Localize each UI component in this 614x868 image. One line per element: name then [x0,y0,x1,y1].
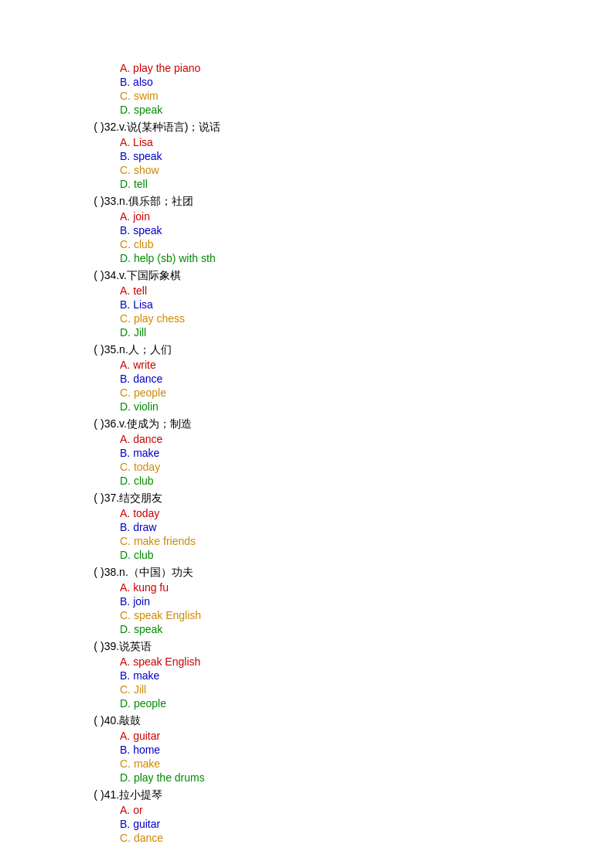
question-block-33: ( )33.n.俱乐部；社团 A. join B. speak C. club … [0,195,614,264]
option-35-c: C. people [120,386,614,399]
question-line-39: ( )39.说英语 [0,640,614,654]
option-item: A. play the piano [120,62,614,74]
option-40-a: A. guitar [120,730,614,742]
question-line-38: ( )38.n.（中国）功夫 [0,566,614,580]
option-34-d: D. Jill [120,326,614,339]
question-block-41: ( )41.拉小提琴 A. or B. guitar C. dance [0,788,614,844]
option-32-a: A. Lisa [120,136,614,148]
option-37-c: C. make friends [120,535,614,547]
option-32-b: B. speak [120,150,614,162]
question-text-41: )41.拉小提琴 [101,788,162,802]
question-text-35: )35.n.人；人们 [101,343,172,357]
question-line-41: ( )41.拉小提琴 [0,788,614,802]
option-39-a: A. speak English [120,655,614,668]
option-41-c: C. dance [120,832,614,844]
question-block-34: ( )34.v.下国际象棋 A. tell B. Lisa C. play ch… [0,269,614,339]
question-block-37: ( )37.结交朋友 A. today B. draw C. make frie… [0,492,614,561]
question-line-35: ( )35.n.人；人们 [0,343,614,357]
option-33-b: B. speak [120,224,614,237]
option-41-b: B. guitar [120,818,614,830]
question-paren-36: ( [0,417,101,430]
question-paren-39: ( [0,640,101,652]
question-block-intro: A. play the piano B. also C. swim D. spe… [0,62,614,116]
option-39-c: C. Jill [120,683,614,696]
options-33: A. join B. speak C. club D. help (sb) wi… [120,210,614,264]
options-32: A. Lisa B. speak C. show D. tell [120,136,614,190]
option-40-b: B. home [120,744,614,756]
options-36: A. dance B. make C. today D. club [120,433,614,487]
question-text-39: )39.说英语 [101,640,152,654]
options-41: A. or B. guitar C. dance [120,804,614,844]
option-36-a: A. dance [120,433,614,445]
question-block-35: ( )35.n.人；人们 A. write B. dance C. people… [0,343,614,413]
option-37-d: D. club [120,549,614,561]
option-36-b: B. make [120,447,614,459]
option-35-a: A. write [120,359,614,371]
option-38-d: D. speak [120,623,614,635]
options-39: A. speak English B. make C. Jill D. peop… [120,655,614,710]
option-33-d: D. help (sb) with sth [120,252,614,264]
option-32-d: D. tell [120,178,614,190]
option-41-a: A. or [120,804,614,816]
question-paren-40: ( [0,714,101,727]
option-39-d: D. people [120,697,614,710]
question-block-40: ( )40.敲鼓 A. guitar B. home C. make D. pl… [0,714,614,784]
question-text-34: )34.v.下国际象棋 [101,269,181,283]
question-block-39: ( )39.说英语 A. speak English B. make C. Ji… [0,640,614,710]
question-text-40: )40.敲鼓 [101,714,141,728]
question-text-33: )33.n.俱乐部；社团 [101,195,193,209]
option-39-b: B. make [120,669,614,682]
question-paren-37: ( [0,492,101,504]
option-35-b: B. dance [120,373,614,385]
option-37-b: B. draw [120,521,614,533]
question-line-34: ( )34.v.下国际象棋 [0,269,614,283]
question-line-40: ( )40.敲鼓 [0,714,614,728]
option-36-d: D. club [120,475,614,487]
options-34: A. tell B. Lisa C. play chess D. Jill [120,284,614,339]
question-text-38: )38.n.（中国）功夫 [101,566,193,580]
question-paren-41: ( [0,788,101,801]
option-38-a: A. kung fu [120,581,614,594]
question-line-36: ( )36.v.使成为；制造 [0,417,614,431]
main-content: A. play the piano B. also C. swim D. spe… [0,0,614,868]
question-paren-34: ( [0,269,101,281]
option-34-b: B. Lisa [120,298,614,311]
option-36-c: C. today [120,461,614,473]
option-34-a: A. tell [120,284,614,297]
options-38: A. kung fu B. join C. speak English D. s… [120,581,614,635]
options-37: A. today B. draw C. make friends D. club [120,507,614,561]
option-40-d: D. play the drums [120,771,614,784]
question-block-36: ( )36.v.使成为；制造 A. dance B. make C. today… [0,417,614,487]
option-38-b: B. join [120,595,614,608]
question-paren-38: ( [0,566,101,578]
option-item: B. also [120,76,614,88]
question-paren-32: ( [0,121,101,133]
option-item: C. swim [120,90,614,102]
question-text-32: )32.v.说(某种语言)；说话 [101,121,220,134]
question-paren-35: ( [0,343,101,356]
question-text-36: )36.v.使成为；制造 [101,417,192,431]
option-33-a: A. join [120,210,614,223]
options-intro: A. play the piano B. also C. swim D. spe… [120,62,614,116]
option-38-c: C. speak English [120,609,614,621]
option-35-d: D. violin [120,400,614,413]
option-40-c: C. make [120,757,614,770]
options-40: A. guitar B. home C. make D. play the dr… [120,730,614,784]
option-34-c: C. play chess [120,312,614,325]
options-35: A. write B. dance C. people D. violin [120,359,614,413]
question-line-37: ( )37.结交朋友 [0,492,614,505]
question-text-37: )37.结交朋友 [101,492,162,505]
question-line-33: ( )33.n.俱乐部；社团 [0,195,614,209]
question-line-32: ( )32.v.说(某种语言)；说话 [0,121,614,134]
option-37-a: A. today [120,507,614,519]
option-item: D. speak [120,104,614,116]
question-block-32: ( )32.v.说(某种语言)；说话 A. Lisa B. speak C. s… [0,121,614,190]
option-33-c: C. club [120,238,614,250]
question-paren-33: ( [0,195,101,207]
question-block-38: ( )38.n.（中国）功夫 A. kung fu B. join C. spe… [0,566,614,635]
option-32-c: C. show [120,164,614,176]
